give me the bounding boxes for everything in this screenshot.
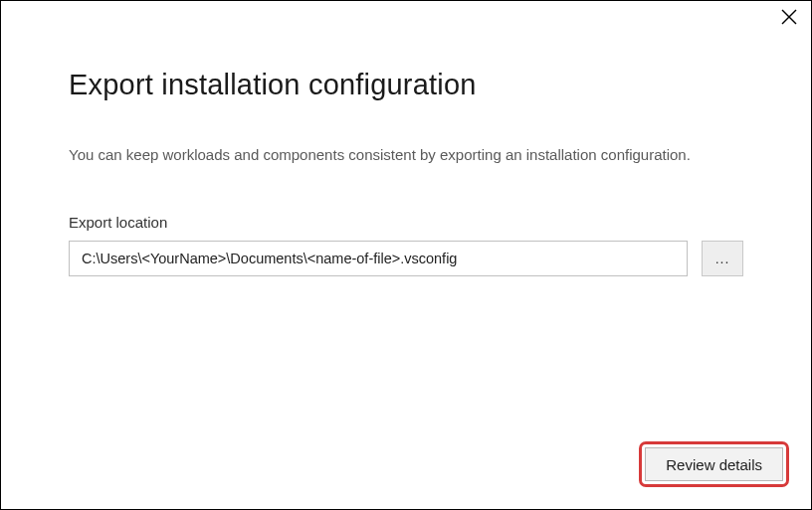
export-location-row: ...: [69, 241, 743, 276]
dialog-footer: Review details: [639, 441, 789, 487]
ellipsis-icon: ...: [715, 251, 730, 266]
review-details-button[interactable]: Review details: [645, 447, 783, 481]
browse-button[interactable]: ...: [702, 241, 743, 276]
close-icon: [781, 9, 797, 29]
close-button[interactable]: [779, 9, 799, 29]
dialog-description: You can keep workloads and components co…: [69, 143, 706, 166]
export-location-label: Export location: [69, 214, 743, 231]
dialog-title: Export installation configuration: [69, 69, 743, 101]
dialog-content: Export installation configuration You ca…: [1, 1, 811, 276]
export-path-input[interactable]: [69, 241, 688, 276]
highlight-annotation: Review details: [639, 441, 789, 487]
